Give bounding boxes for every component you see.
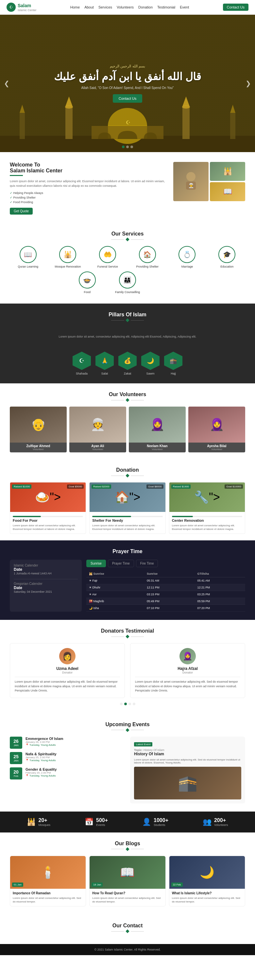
volunteer-role-2: Volunteer xyxy=(72,448,124,451)
testimonial-role-2: Donator xyxy=(135,671,240,674)
donation-grid: 🍛"> Raised $1000 Goal $5000 Food For Poo… xyxy=(10,482,245,534)
nav-about[interactable]: About xyxy=(84,5,94,9)
prayer-table-wrap: Sunrise Prayer Time Fire Time 🕌 Sunrise … xyxy=(86,560,245,612)
svg-point-15 xyxy=(186,172,195,181)
testimonials-divider xyxy=(10,635,245,638)
event-info-3: Gender & Equality February 20, 2.00 PM 📍… xyxy=(25,767,125,777)
hero-dot-3[interactable] xyxy=(130,146,133,148)
blog-date-3: 22 Feb xyxy=(171,883,183,887)
event-date-2: 25 JAN xyxy=(10,752,22,764)
blog-title-1: Importance Of Ramadan xyxy=(13,891,83,895)
divider-diamond xyxy=(125,847,129,851)
get-quote-button[interactable]: Get Quote xyxy=(10,208,33,215)
testimonials-title: Donators Testimonial xyxy=(10,628,245,634)
prayer-tabs: Sunrise Prayer Time Fire Time xyxy=(86,560,245,567)
pillar-label: Salat xyxy=(101,372,108,375)
testimonial-role-1: Donator xyxy=(15,671,120,674)
blog-desc-2: Lorem ipsum dolor sit amet consectetur a… xyxy=(92,896,163,904)
events-list: 26 JAN Emmergence Of Islam January 26, 2… xyxy=(10,737,125,803)
donation-section: Donation 🍛"> Raised $1000 Goal $5000 Foo… xyxy=(0,461,255,540)
volunteer-info-1: Zulfiqar Ahmed Volunteer xyxy=(10,442,67,452)
welcome-list-item: Providing Shelter xyxy=(10,195,167,200)
gregorian-calendar: Gregorian Calender Date Saturday, 04 Dec… xyxy=(14,582,78,593)
islamic-calendar: Islamic Calender Date 1 Jumada Al-Awwal … xyxy=(14,563,78,575)
event-tags-2: 📍 Tuesday, Young Adults xyxy=(25,759,125,762)
testimonials-grid: 👩 Uzma Adeel Donator Lorem ipsum dolor s… xyxy=(10,643,245,698)
nav-services[interactable]: Services xyxy=(98,5,112,9)
event-meta-1: January 26, 2.00 PM xyxy=(25,741,125,743)
svg-marker-12 xyxy=(230,105,235,113)
islamic-date-title: Date xyxy=(14,567,78,572)
marriage-icon: 💍 xyxy=(179,246,195,263)
service-label: Marriage xyxy=(181,265,193,268)
volunteers-title: Our Volunteers xyxy=(10,391,245,398)
volunteers-section: Our Volunteers 👴 Zulfiqar Ahmed Voluntee… xyxy=(0,383,255,461)
hero-dot-2[interactable] xyxy=(126,146,129,148)
welcome-section: Welcome To Salam Islamic Center Lorem ip… xyxy=(0,152,255,224)
welcome-divider xyxy=(10,175,23,176)
prayer-tab-prayer-time[interactable]: Prayer Time xyxy=(108,560,134,567)
testimonial-text-1: Lorem ipsum dolor sit amet consectetur a… xyxy=(15,677,120,693)
nav-contact-button[interactable]: Contact Us xyxy=(223,3,249,11)
event-meta-3: February 20, 2.00 PM xyxy=(25,771,125,774)
prayer-calendar: Islamic Calender Date 1 Jumada Al-Awwal … xyxy=(10,560,82,612)
divider-line-left xyxy=(111,931,124,932)
prayer-isha: 05:41 AM xyxy=(195,578,245,584)
blogs-title: Our Blogs xyxy=(10,841,245,846)
blog-body-1: Importance Of Ramadan Lorem ipsum dolor … xyxy=(10,889,86,906)
nav-volunteers[interactable]: Volunteers xyxy=(117,5,134,9)
family-counselling-icon: 👨‍👩‍👧 xyxy=(119,272,136,288)
testimonial-dot-4[interactable] xyxy=(133,703,135,705)
service-quran-learning: 📖 Quran Learning xyxy=(10,246,46,268)
hero-dot-1[interactable] xyxy=(122,146,125,148)
prayer-tab-sunrise[interactable]: Sunrise xyxy=(86,560,106,567)
donation-title: Donation xyxy=(10,467,245,473)
volunteer-role-3: Volunteer xyxy=(131,448,183,451)
nav-home[interactable]: Home xyxy=(70,5,80,9)
testimonial-name-2: Hajra Afzal xyxy=(135,666,240,671)
hero-cta-button[interactable]: Contact Us xyxy=(113,94,142,103)
blog-image-3: 🌙 22 Feb xyxy=(169,856,245,889)
volunteer-name-4: Ayesha Bilal xyxy=(191,444,242,448)
pillar-label: Zakat xyxy=(124,372,131,375)
volunteer-image-4: 🧕 xyxy=(188,407,245,442)
donation-title-1: Food For Poor xyxy=(13,519,83,522)
testimonial-dot-2[interactable] xyxy=(124,703,127,705)
hero-prev-arrow[interactable]: ❮ xyxy=(4,80,10,88)
hero-content: بسم الله الرحمن الرحيم قال الله أنفق يا … xyxy=(54,64,201,103)
nav-donation[interactable]: Donation xyxy=(138,5,153,9)
prayer-sunrise: 03:15 PM xyxy=(144,591,195,598)
divider-line-left xyxy=(111,636,124,637)
hero-next-arrow[interactable]: ❯ xyxy=(245,80,251,88)
events-section: Upcoming Events 26 JAN Emmergence Of Isl… xyxy=(0,713,255,811)
mosque-icon: 🕌 xyxy=(59,246,76,263)
testimonial-name-1: Uzma Adeel xyxy=(15,666,120,671)
welcome-image-2: 🕌 xyxy=(210,162,245,181)
footer-text: © 2021 Salam Islamic Center. All Rights … xyxy=(95,948,161,951)
svg-point-5 xyxy=(65,105,73,108)
prayer-isha: 07:20 PM xyxy=(195,605,245,612)
volunteers-grid: 👴 Zulfiqar Ahmed Volunteer 👳 Ayan Ali Vo… xyxy=(10,407,245,452)
donation-desc-1: Lorem ipsum dolor sit amet consectetur a… xyxy=(13,524,83,531)
pillar-label: Hajj xyxy=(171,372,176,375)
prayer-sunrise: 07:10 PM xyxy=(144,605,195,612)
blogs-section: Our Blogs 🕯️ 01 Jan Importance Of Ramada… xyxy=(0,832,255,915)
logo-name: Salam xyxy=(17,3,31,8)
testimonial-dot-3[interactable] xyxy=(128,703,131,705)
pillar-hajj: 🕋 Hajj xyxy=(164,352,182,375)
donation-raised-3: Raised $1900 xyxy=(171,484,191,489)
nav-testimonial[interactable]: Testimonial xyxy=(157,5,175,9)
prayer-tab-fire-time[interactable]: Fire Time xyxy=(136,560,158,567)
stat-events-num: 500+ xyxy=(96,818,108,823)
divider-diamond xyxy=(125,237,129,241)
prayer-title: Prayer Time xyxy=(10,549,245,554)
event-month-3: Feb xyxy=(13,775,20,778)
event-info-1: Emmergence Of Islam January 26, 2.00 PM … xyxy=(25,737,125,746)
event-day-2: 25 xyxy=(13,754,20,759)
nav-event[interactable]: Event xyxy=(180,5,189,9)
divider-diamond xyxy=(125,728,129,732)
stat-volunteers-num: 200+ xyxy=(214,818,228,823)
prayer-row: ☀ Asr 03:15 PM 03:25 PM xyxy=(86,591,245,598)
testimonial-dot-1[interactable] xyxy=(120,703,123,705)
volunteer-image-2: 👳 xyxy=(69,407,126,442)
